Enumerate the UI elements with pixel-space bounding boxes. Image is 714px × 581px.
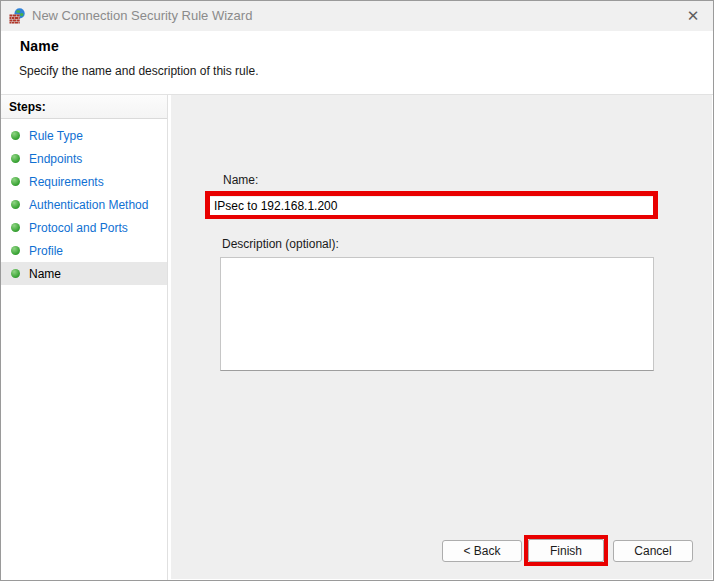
green-dot-icon [11,269,20,278]
wizard-header: Name Specify the name and description of… [1,31,713,95]
description-field-label: Description (optional): [222,237,339,251]
steps-list: Rule Type Endpoints Requirements Authent… [1,124,167,285]
sidebar-item-name[interactable]: Name [1,262,167,285]
wizard-window: New Connection Security Rule Wizard ✕ Na… [0,0,714,581]
steps-sidebar: Steps: Rule Type Endpoints Requirements … [1,95,168,580]
sidebar-item-rule-type[interactable]: Rule Type [1,124,167,147]
page-title: Name [20,38,59,54]
sidebar-item-profile[interactable]: Profile [1,239,167,262]
step-label: Profile [29,244,63,258]
annotation-finish-button: Finish [524,535,608,566]
wizard-content: Name: Description (optional): < Back Fin… [171,95,712,579]
green-dot-icon [11,131,20,140]
annotation-name-input [205,191,658,219]
steps-heading: Steps: [1,95,167,119]
green-dot-icon [11,177,20,186]
green-dot-icon [11,200,20,209]
close-icon[interactable]: ✕ [675,1,711,31]
step-label: Rule Type [29,129,83,143]
step-label: Authentication Method [29,198,148,212]
green-dot-icon [11,246,20,255]
step-label: Protocol and Ports [29,221,128,235]
name-field-label: Name: [223,173,258,187]
step-label: Requirements [29,175,104,189]
window-title: New Connection Security Rule Wizard [32,1,252,31]
back-button[interactable]: < Back [442,540,522,562]
sidebar-item-requirements[interactable]: Requirements [1,170,167,193]
firewall-icon [9,8,25,24]
title-bar: New Connection Security Rule Wizard ✕ [1,1,713,31]
step-label: Endpoints [29,152,82,166]
rule-description-textarea[interactable] [220,257,654,371]
step-label: Name [29,267,61,281]
green-dot-icon [11,154,20,163]
green-dot-icon [11,223,20,232]
sidebar-item-protocol-and-ports[interactable]: Protocol and Ports [1,216,167,239]
sidebar-item-endpoints[interactable]: Endpoints [1,147,167,170]
sidebar-item-authentication-method[interactable]: Authentication Method [1,193,167,216]
cancel-button[interactable]: Cancel [613,540,693,562]
page-subtitle: Specify the name and description of this… [19,64,258,78]
rule-name-input[interactable] [210,197,653,215]
finish-button[interactable]: Finish [528,539,604,562]
